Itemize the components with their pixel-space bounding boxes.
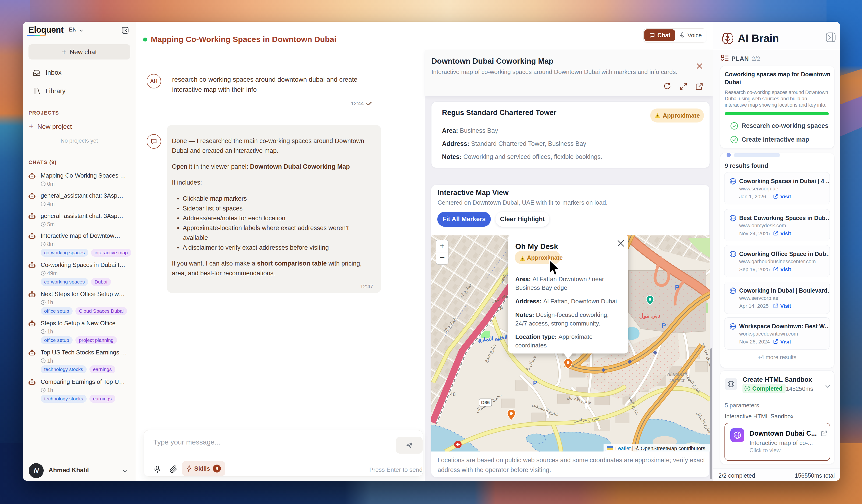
- svg-text:P: P: [533, 380, 537, 387]
- svg-text:−: −: [440, 252, 445, 263]
- svg-text:Leaflet: Leaflet: [615, 446, 631, 451]
- svg-text:Business Bay edge: Business Bay edge: [515, 284, 567, 291]
- svg-text:Area: Al Fattan Downtown / nea: Area: Al Fattan Downtown / near: [515, 276, 604, 282]
- svg-text:Address: Al Fattan, Downtown D: Address: Al Fattan, Downtown Dubai: [515, 298, 617, 305]
- svg-text:© OpenStreetMap contributors: © OpenStreetMap contributors: [636, 446, 705, 451]
- svg-text:P: P: [662, 322, 666, 329]
- svg-text:48: 48: [450, 391, 456, 397]
- svg-text:Approximate: Approximate: [527, 254, 563, 261]
- svg-text:Al Manzil: Al Manzil: [666, 371, 687, 377]
- svg-text:24/7 access, strong community.: 24/7 access, strong community.: [515, 320, 600, 327]
- svg-text:Oh My Desk: Oh My Desk: [515, 242, 558, 251]
- svg-text:P: P: [675, 284, 679, 291]
- svg-text:coordinates: coordinates: [515, 342, 547, 349]
- svg-text:D86: D86: [481, 400, 490, 405]
- svg-text:Location type: Approximate: Location type: Approximate: [515, 333, 592, 340]
- svg-text:District: District: [669, 377, 684, 383]
- svg-text:49: 49: [497, 305, 503, 311]
- svg-text:|: |: [632, 446, 634, 451]
- svg-text:+: +: [440, 241, 445, 251]
- svg-text:Notes: Design-focused coworkin: Notes: Design-focused coworking,: [515, 311, 609, 318]
- svg-text:دبي مول: دبي مول: [639, 312, 660, 319]
